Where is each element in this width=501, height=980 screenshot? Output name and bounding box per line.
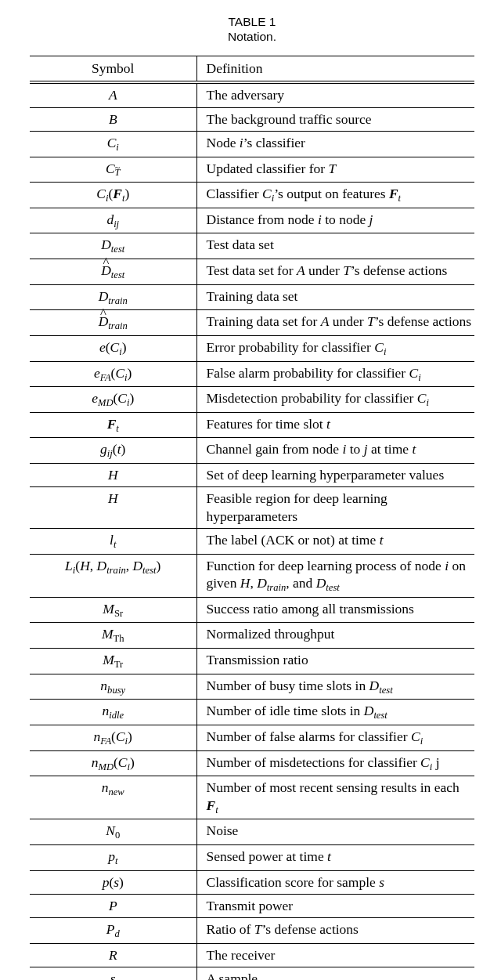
symbol-cell: CT <box>30 157 196 183</box>
table-row: DtestTest data set for A under T’s defen… <box>30 259 474 285</box>
table-row: p(s)Classification score for sample s <box>30 870 474 894</box>
table-row: nFA(Ci)Number of false alarms for classi… <box>30 725 474 750</box>
symbol-cell: e(Ci) <box>30 335 196 361</box>
definition-cell: Normalized throughput <box>196 623 474 649</box>
definition-cell: Transmission ratio <box>196 649 474 674</box>
table-row: ptSensed power at time t <box>30 844 474 870</box>
symbol-cell: H <box>30 464 196 487</box>
table-row: dijDistance from node i to node j <box>30 208 474 233</box>
table-row: CiNode i’s classifier <box>30 131 474 157</box>
table-row: PTransmit power <box>30 894 474 917</box>
table-row: HSet of deep learning hyperparameter val… <box>30 464 474 487</box>
definition-cell: Function for deep learning process of no… <box>196 554 474 597</box>
col-header-definition: Definition <box>196 56 474 82</box>
symbol-cell: Pd <box>30 918 196 944</box>
table-row: nMD(Ci)Number of misdetections for class… <box>30 750 474 776</box>
table-row: nnewNumber of most recent sensing result… <box>30 776 474 819</box>
symbol-cell: eFA(Ci) <box>30 361 196 387</box>
table-row: MThNormalized throughput <box>30 623 474 649</box>
symbol-cell: Ft <box>30 412 196 438</box>
definition-cell: Test data set <box>196 233 474 259</box>
table-row: ltThe label (ACK or not) at time t <box>30 529 474 555</box>
symbol-cell: H <box>30 487 196 529</box>
symbol-cell: Dtest <box>30 233 196 259</box>
symbol-cell: nMD(Ci) <box>30 750 196 776</box>
table-row: N0Noise <box>30 819 474 845</box>
definition-cell: Transmit power <box>196 894 474 917</box>
definition-cell: Distance from node i to node j <box>196 208 474 233</box>
definition-cell: Misdetection probability for classifier … <box>196 387 474 413</box>
table-row: eFA(Ci)False alarm probability for class… <box>30 361 474 387</box>
definition-cell: The receiver <box>196 943 474 967</box>
table-row: HFeasible region for deep learning hyper… <box>30 487 474 529</box>
definition-cell: Classifier Ci’s output on features Ft <box>196 183 474 208</box>
table-row: CTUpdated classifier for T <box>30 157 474 183</box>
symbol-cell: lt <box>30 529 196 555</box>
symbol-cell: MTr <box>30 649 196 674</box>
symbol-cell: MTh <box>30 623 196 649</box>
symbol-cell: p(s) <box>30 870 196 894</box>
definition-cell: False alarm probability for classifier C… <box>196 361 474 387</box>
definition-cell: Noise <box>196 819 474 845</box>
symbol-cell: MSr <box>30 597 196 623</box>
table-row: nidleNumber of idle time slots in Dtest <box>30 700 474 725</box>
table-label: TABLE 1 <box>229 15 276 28</box>
symbol-cell: pt <box>30 844 196 870</box>
table-row: e(Ci)Error probability for classifier Ci <box>30 335 474 361</box>
definition-cell: Number of idle time slots in Dtest <box>196 700 474 725</box>
symbol-cell: N0 <box>30 819 196 845</box>
symbol-cell: gij(t) <box>30 438 196 464</box>
symbol-cell: nbusy <box>30 674 196 700</box>
definition-cell: Classification score for sample s <box>196 870 474 894</box>
table-row: RThe receiver <box>30 943 474 967</box>
symbol-cell: A <box>30 82 196 107</box>
definition-cell: Number of busy time slots in Dtest <box>196 674 474 700</box>
symbol-cell: Ci(Ft) <box>30 183 196 208</box>
definition-cell: Success ratio among all transmissions <box>196 597 474 623</box>
table-row: gij(t)Channel gain from node i to j at t… <box>30 438 474 464</box>
symbol-cell: Ci <box>30 131 196 157</box>
symbol-cell: nFA(Ci) <box>30 725 196 750</box>
table-row: AThe adversary <box>30 82 474 107</box>
table-row: Li(H, Dtrain, Dtest)Function for deep le… <box>30 554 474 597</box>
definition-cell: A sample <box>196 967 474 980</box>
symbol-cell: Dtrain <box>30 284 196 310</box>
col-header-symbol: Symbol <box>30 56 196 82</box>
definition-cell: Set of deep learning hyperparameter valu… <box>196 464 474 487</box>
definition-cell: Number of false alarms for classifier Ci <box>196 725 474 750</box>
table-row: nbusyNumber of busy time slots in Dtest <box>30 674 474 700</box>
symbol-cell: dij <box>30 208 196 233</box>
definition-cell: Node i’s classifier <box>196 131 474 157</box>
symbol-cell: nnew <box>30 776 196 819</box>
symbol-cell: nidle <box>30 700 196 725</box>
table-caption: TABLE 1 Notation. <box>30 14 474 45</box>
notation-table: Symbol Definition AThe adversaryBThe bac… <box>30 56 474 980</box>
table-row: DtrainTraining data set <box>30 284 474 310</box>
symbol-cell: eMD(Ci) <box>30 387 196 413</box>
definition-cell: Channel gain from node i to j at time t <box>196 438 474 464</box>
symbol-cell: Dtrain <box>30 310 196 336</box>
table-row: DtestTest data set <box>30 233 474 259</box>
definition-cell: Updated classifier for T <box>196 157 474 183</box>
table-row: FtFeatures for time slot t <box>30 412 474 438</box>
symbol-cell: P <box>30 894 196 917</box>
table-title: Notation. <box>228 30 276 43</box>
definition-cell: The background traffic source <box>196 107 474 131</box>
symbol-cell: R <box>30 943 196 967</box>
symbol-cell: s <box>30 967 196 980</box>
definition-cell: Ratio of T’s defense actions <box>196 918 474 944</box>
table-row: Ci(Ft)Classifier Ci’s output on features… <box>30 183 474 208</box>
symbol-cell: B <box>30 107 196 131</box>
definition-cell: Features for time slot t <box>196 412 474 438</box>
definition-cell: Training data set for A under T’s defens… <box>196 310 474 336</box>
definition-cell: Test data set for A under T’s defense ac… <box>196 259 474 285</box>
table-row: MSrSuccess ratio among all transmissions <box>30 597 474 623</box>
table-row: DtrainTraining data set for A under T’s … <box>30 310 474 336</box>
definition-cell: Feasible region for deep learning hyperp… <box>196 487 474 529</box>
table-row: BThe background traffic source <box>30 107 474 131</box>
definition-cell: The adversary <box>196 82 474 107</box>
symbol-cell: Dtest <box>30 259 196 285</box>
definition-cell: Training data set <box>196 284 474 310</box>
table-row: sA sample <box>30 967 474 980</box>
definition-cell: The label (ACK or not) at time t <box>196 529 474 555</box>
